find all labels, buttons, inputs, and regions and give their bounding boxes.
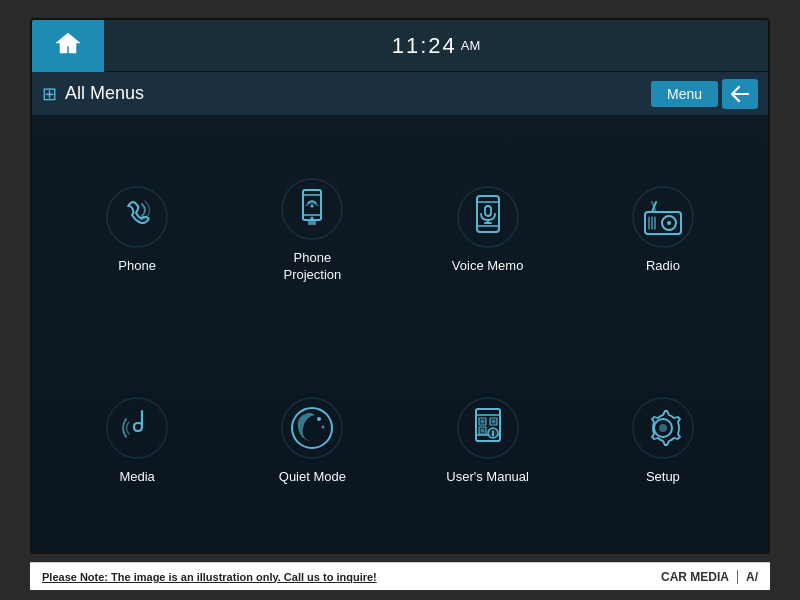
menu-item-quiet-mode[interactable]: Quiet Mode: [227, 337, 397, 543]
media-icon: [102, 393, 172, 463]
svg-rect-32: [480, 419, 484, 423]
svg-point-6: [311, 204, 314, 207]
menu-item-voice-memo[interactable]: Voice Memo: [403, 126, 573, 332]
quiet-mode-label: Quiet Mode: [279, 469, 346, 486]
radio-label: Radio: [646, 258, 680, 275]
phone-projection-label: PhoneProjection: [283, 250, 341, 284]
menu-item-users-manual[interactable]: User's Manual: [403, 337, 573, 543]
svg-rect-34: [491, 419, 495, 423]
menu-item-media[interactable]: Media: [52, 337, 222, 543]
footer-note: Please Note: The image is an illustratio…: [42, 571, 377, 583]
voice-memo-icon: [453, 182, 523, 252]
media-label: Media: [119, 469, 154, 486]
home-button[interactable]: [32, 20, 104, 72]
clock-time: 11:24: [392, 33, 457, 59]
back-button[interactable]: [722, 79, 758, 109]
menu-bar: ⊞ All Menus Menu: [32, 72, 768, 116]
phone-label: Phone: [118, 258, 156, 275]
svg-point-27: [458, 398, 518, 458]
svg-point-0: [107, 187, 167, 247]
menu-button[interactable]: Menu: [651, 81, 718, 107]
svg-point-5: [311, 216, 314, 219]
top-bar: 11:24 AM: [32, 20, 768, 72]
menu-item-phone[interactable]: Phone: [52, 126, 222, 332]
voice-memo-label: Voice Memo: [452, 258, 524, 275]
users-manual-label: User's Manual: [446, 469, 529, 486]
svg-point-1: [282, 179, 342, 239]
svg-point-42: [659, 424, 667, 432]
quiet-mode-icon: [277, 393, 347, 463]
setup-icon: [628, 393, 698, 463]
brand-name: CAR MEDIA: [661, 570, 729, 584]
svg-point-25: [317, 417, 321, 421]
grid-icon: ⊞: [42, 83, 57, 105]
icons-grid: Phone: [32, 116, 768, 552]
svg-point-21: [667, 221, 671, 225]
svg-point-15: [633, 187, 693, 247]
bezel: 11:24 AM ⊞ All Menus Menu: [0, 0, 800, 600]
setup-label: Setup: [646, 469, 680, 486]
home-icon: [54, 30, 82, 62]
phone-icon: [102, 182, 172, 252]
footer: Please Note: The image is an illustratio…: [30, 562, 770, 590]
users-manual-icon: [453, 393, 523, 463]
menu-item-phone-projection[interactable]: PhoneProjection: [227, 126, 397, 332]
svg-rect-7: [308, 221, 316, 225]
brand-divider: [737, 570, 738, 584]
clock-area: 11:24 AM: [104, 33, 768, 59]
radio-icon: [628, 182, 698, 252]
svg-rect-36: [480, 428, 484, 432]
clock-ampm: AM: [461, 38, 481, 53]
footer-brand: CAR MEDIA A/: [661, 570, 758, 584]
footer-note-underlined: Please Note: The image is an illustratio…: [42, 571, 377, 583]
svg-rect-12: [485, 206, 491, 216]
menu-item-setup[interactable]: Setup: [578, 337, 748, 543]
all-menus-label: All Menus: [65, 83, 651, 104]
menu-item-radio[interactable]: Radio: [578, 126, 748, 332]
brand-suffix: A/: [746, 570, 758, 584]
screen: 11:24 AM ⊞ All Menus Menu: [30, 18, 770, 554]
svg-point-26: [322, 425, 325, 428]
phone-projection-icon: [277, 174, 347, 244]
svg-point-22: [107, 398, 167, 458]
